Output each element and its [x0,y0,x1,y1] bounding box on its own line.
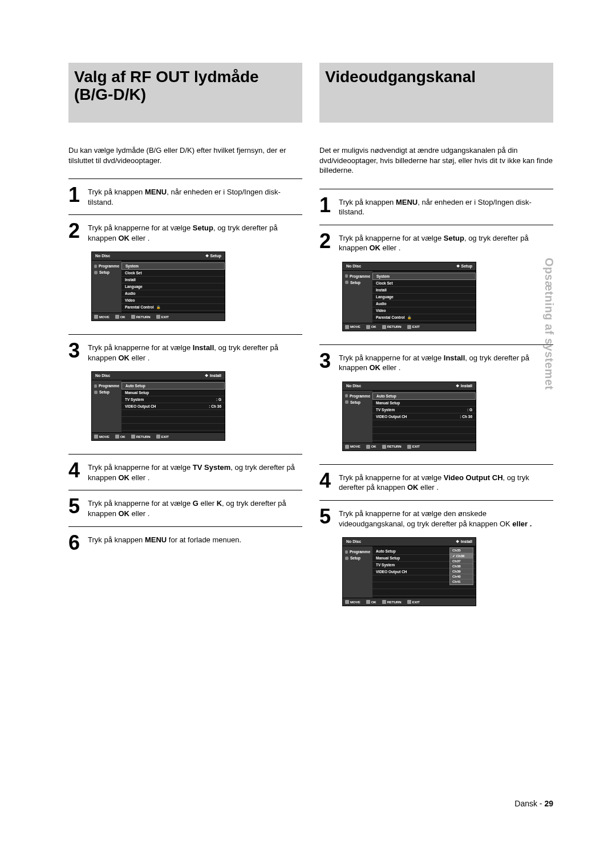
page-footer: Dansk - 29 [514,799,553,808]
step-6-left: 6 Tryk på knappen MENU for at forlade me… [68,533,302,553]
step-text: Tryk på knapperne for at vælge Video Out… [339,470,553,493]
osd-crumb: Install [205,374,221,378]
osd-setup-right: No Disc Setup Programme Setup System Clo… [342,262,476,331]
osd-status: No Disc [346,539,361,544]
right-column: Videoudgangskanal Det er muligvis nødven… [319,63,553,615]
divider [68,454,302,455]
step-number: 3 [319,351,333,371]
osd-status: No Disc [95,254,110,258]
step-number: 2 [68,221,82,241]
divider [68,526,302,527]
step-text: Tryk på knapperne for at vælge G eller K… [88,496,302,518]
osd-popup-right: No Disc Install Programme Setup Auto Set… [342,537,476,606]
osd-setup-left: No Disc Setup Programme Setup System Clo… [91,251,225,321]
step-2-left: 2 Tryk på knapperne for at vælge Setup, … [68,221,302,243]
osd-crumb: Setup [456,264,472,269]
divider [68,334,302,335]
divider [68,490,302,490]
step-number: 3 [68,340,82,361]
intro-right: Det er muligvis nødvendigt at ændre udga… [319,145,553,176]
step-4-left: 4 Tryk på knapperne for at vælge TV Syst… [68,460,302,482]
step-number: 5 [319,506,333,527]
title-block-left: Valg af RF OUT lydmåde (B/G-D/K) [68,63,302,123]
divider [319,500,553,501]
osd-crumb: Install [456,384,472,388]
osd-install-left: No Disc Install Programme Setup Auto Set… [91,371,225,441]
step-5-right: 5 Tryk på knapperne for at vælge den øns… [319,506,553,529]
step-3-left: 3 Tryk på knapperne for at vælge Install… [68,340,302,363]
osd-status: No Disc [346,264,361,269]
osd-install-right: No Disc Install Programme Setup Auto Set… [342,382,476,451]
step-number: 6 [68,533,82,553]
step-number: 4 [319,470,333,491]
title-block-right: Videoudgangskanal [319,63,553,123]
heading-right: Videoudgangskanal [325,68,548,86]
step-5-left: 5 Tryk på knapperne for at vælge G eller… [68,496,302,518]
step-text: Tryk på knapperne for at vælge Setup, og… [339,231,553,253]
step-text: Tryk på knapperne for at vælge Install, … [339,351,553,373]
step-4-right: 4 Tryk på knapperne for at vælge Video O… [319,470,553,493]
step-number: 1 [68,185,82,205]
divider [68,214,302,215]
step-1-right: 1 Tryk på knappen MENU, når enheden er i… [319,195,553,217]
step-number: 5 [68,496,82,517]
channel-popup: Ch35 Ch36 Ch37 Ch38 Ch39 Ch40 Ch41 [449,547,473,585]
divider [319,344,553,345]
step-2-right: 2 Tryk på knapperne for at vælge Setup, … [319,231,553,253]
step-text: Tryk på knapperne for at vælge TV System… [88,460,302,482]
step-3-right: 3 Tryk på knapperne for at vælge Install… [319,351,553,373]
divider [319,464,553,465]
step-text: Tryk på knappen MENU, når enheden er i S… [339,195,553,217]
heading-left: Valg af RF OUT lydmåde (B/G-D/K) [74,68,297,104]
step-text: Tryk på knapperne for at vælge Setup, og… [88,221,302,243]
section-tab: Opsætning af systemet [542,258,556,390]
osd-status: No Disc [95,374,110,378]
osd-crumb: Setup [205,254,221,258]
osd-status: No Disc [346,384,361,388]
step-text: Tryk på knappen MENU for at forlade menu… [88,533,241,545]
osd-crumb: Install [456,539,472,544]
step-text: Tryk på knapperne for at vælge den ønske… [339,506,553,529]
step-1-left: 1 Tryk på knappen MENU, når enheden er i… [68,185,302,207]
step-number: 4 [68,460,82,481]
divider [319,225,553,225]
step-text: Tryk på knappen MENU, når enheden er i S… [88,185,302,207]
intro-left: Du kan vælge lydmåde (B/G eller D/K) eft… [68,145,302,165]
step-number: 2 [319,231,333,251]
divider [68,178,302,179]
step-text: Tryk på knapperne for at vælge Install, … [88,340,302,363]
divider [319,189,553,189]
left-column: Valg af RF OUT lydmåde (B/G-D/K) Du kan … [68,63,302,615]
step-number: 1 [319,195,333,216]
